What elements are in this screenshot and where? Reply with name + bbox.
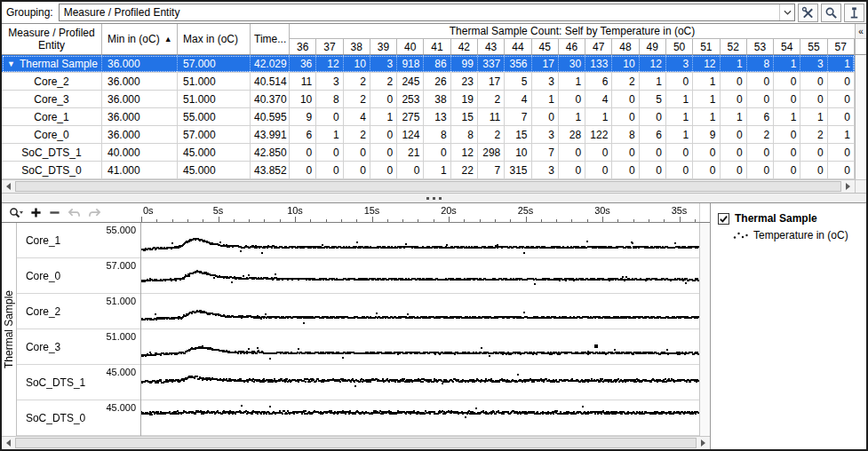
count-cell[interactable]: 0 <box>344 162 370 178</box>
entity-cell[interactable]: Core_3 <box>2 91 102 107</box>
bin-column-header-53[interactable]: 53 <box>747 39 774 54</box>
entity-cell[interactable]: Core_2 <box>2 73 102 90</box>
count-cell[interactable]: 7 <box>532 144 559 161</box>
count-cell[interactable]: 0 <box>774 73 800 90</box>
entity-cell[interactable]: Core_1 <box>2 108 102 125</box>
count-cell[interactable]: 1 <box>828 55 855 72</box>
count-cell[interactable]: 0 <box>828 108 855 125</box>
scroll-left-button[interactable] <box>2 180 15 193</box>
count-cell[interactable]: 245 <box>397 73 424 90</box>
count-cell[interactable]: 1 <box>666 126 693 143</box>
measurement-button[interactable] <box>844 4 864 22</box>
count-cell[interactable]: 2 <box>800 126 827 143</box>
count-cell[interactable]: 2 <box>747 126 774 143</box>
time-cell[interactable]: 40.370 <box>251 91 290 107</box>
count-cell[interactable]: 0 <box>666 162 693 178</box>
count-cell[interactable]: 7 <box>505 108 531 125</box>
count-cell[interactable]: 0 <box>316 108 343 125</box>
count-cell[interactable]: 13 <box>424 108 450 125</box>
table-row-soc-dts-0[interactable]: SoC_DTS_041.00045.00043.8520000012273153… <box>2 162 855 179</box>
count-cell[interactable]: 21 <box>397 144 424 161</box>
count-cell[interactable]: 0 <box>800 162 827 178</box>
max-cell[interactable]: 45.000 <box>178 162 251 178</box>
bin-column-header-45[interactable]: 45 <box>532 39 559 54</box>
count-cell[interactable]: 0 <box>774 162 800 178</box>
count-cell[interactable]: 1 <box>316 126 343 143</box>
scroll-right-button[interactable] <box>841 180 855 193</box>
count-cell[interactable]: 12 <box>693 55 720 72</box>
count-cell[interactable]: 2 <box>344 73 370 90</box>
count-cell[interactable]: 6 <box>585 73 612 90</box>
chart-row-soc-dts-0[interactable]: SoC_DTS_045.000 <box>17 400 140 436</box>
count-cell[interactable]: 298 <box>478 144 505 161</box>
count-cell[interactable]: 3 <box>666 55 693 72</box>
count-cell[interactable]: 0 <box>774 144 800 161</box>
count-cell[interactable]: 2 <box>344 91 370 107</box>
count-cell[interactable]: 3 <box>800 55 827 72</box>
table-hscroll-thumb[interactable] <box>15 181 841 192</box>
count-cell[interactable]: 0 <box>559 91 585 107</box>
count-cell[interactable]: 8 <box>747 55 774 72</box>
max-cell[interactable]: 55.000 <box>178 108 251 125</box>
bin-column-header-36[interactable]: 36 <box>290 39 316 54</box>
min-cell[interactable]: 36.000 <box>102 108 178 125</box>
count-cell[interactable]: 17 <box>478 73 505 90</box>
chart-row-core-2[interactable]: Core_251.000 <box>17 294 140 329</box>
count-cell[interactable]: 0 <box>640 162 666 178</box>
count-cell[interactable]: 1 <box>774 108 800 125</box>
count-cell[interactable]: 1 <box>828 126 855 143</box>
count-cell[interactable]: 1 <box>666 91 693 107</box>
count-cell[interactable]: 0 <box>747 162 774 178</box>
table-row-thermal-sample[interactable]: ▼Thermal Sample36.00057.00042.0293612103… <box>2 55 855 73</box>
count-cell[interactable]: 4 <box>344 108 370 125</box>
count-cell[interactable]: 3 <box>370 55 397 72</box>
count-cell[interactable]: 86 <box>424 55 450 72</box>
min-cell[interactable]: 36.000 <box>102 73 178 90</box>
count-cell[interactable]: 28 <box>559 126 585 143</box>
timeline-plot[interactable] <box>140 223 699 436</box>
table-row-core-3[interactable]: Core_336.00051.00040.3701082025338192410… <box>2 91 855 108</box>
count-cell[interactable]: 133 <box>585 55 612 72</box>
entity-cell[interactable]: SoC_DTS_1 <box>2 144 102 161</box>
chart-hscroll-thumb[interactable] <box>15 438 697 448</box>
count-cell[interactable]: 0 <box>828 144 855 161</box>
bin-column-header-41[interactable]: 41 <box>424 39 450 54</box>
table-row-core-1[interactable]: Core_136.00055.00040.5959041275131511701… <box>2 108 855 126</box>
count-cell[interactable]: 0 <box>370 162 397 178</box>
count-cell[interactable]: 36 <box>290 55 316 72</box>
count-cell[interactable]: 30 <box>559 55 585 72</box>
count-cell[interactable]: 0 <box>612 108 639 125</box>
chart-row-core-1[interactable]: Core_155.000 <box>17 223 140 258</box>
table-vertical-scrollbar[interactable] <box>855 55 866 179</box>
count-cell[interactable]: 1 <box>666 108 693 125</box>
legend-group-row[interactable]: Thermal Sample <box>718 212 866 225</box>
count-cell[interactable]: 0 <box>721 144 747 161</box>
count-cell[interactable]: 11 <box>478 108 505 125</box>
count-cell[interactable]: 1 <box>693 73 720 90</box>
count-cell[interactable]: 0 <box>316 144 343 161</box>
table-horizontal-scrollbar[interactable] <box>2 179 866 193</box>
count-cell[interactable]: 2 <box>612 73 639 90</box>
count-cell[interactable]: 26 <box>424 73 450 90</box>
count-cell[interactable]: 1 <box>532 91 559 107</box>
count-cell[interactable]: 253 <box>397 91 424 107</box>
count-cell[interactable]: 3 <box>532 73 559 90</box>
zoom-redo-button[interactable] <box>88 208 101 218</box>
count-cell[interactable]: 0 <box>532 108 559 125</box>
count-cell[interactable]: 6 <box>640 126 666 143</box>
count-cell[interactable]: 10 <box>290 91 316 107</box>
min-cell[interactable]: 36.000 <box>102 91 178 107</box>
count-cell[interactable]: 0 <box>721 162 747 178</box>
bin-column-header-42[interactable]: 42 <box>451 39 478 54</box>
count-cell[interactable]: 8 <box>424 126 450 143</box>
chart-row-core-3[interactable]: Core_351.000 <box>17 329 140 365</box>
count-cell[interactable]: 0 <box>612 144 639 161</box>
count-cell[interactable]: 1 <box>559 73 585 90</box>
count-cell[interactable]: 15 <box>451 108 478 125</box>
count-cell[interactable]: 0 <box>721 73 747 90</box>
table-row-core-0[interactable]: Core_036.00057.00043.9916120124882153281… <box>2 126 855 144</box>
count-cell[interactable]: 10 <box>505 144 531 161</box>
count-cell[interactable]: 0 <box>774 91 800 107</box>
count-cell[interactable]: 122 <box>585 126 612 143</box>
chart-row-soc-dts-1[interactable]: SoC_DTS_145.000 <box>17 365 140 400</box>
